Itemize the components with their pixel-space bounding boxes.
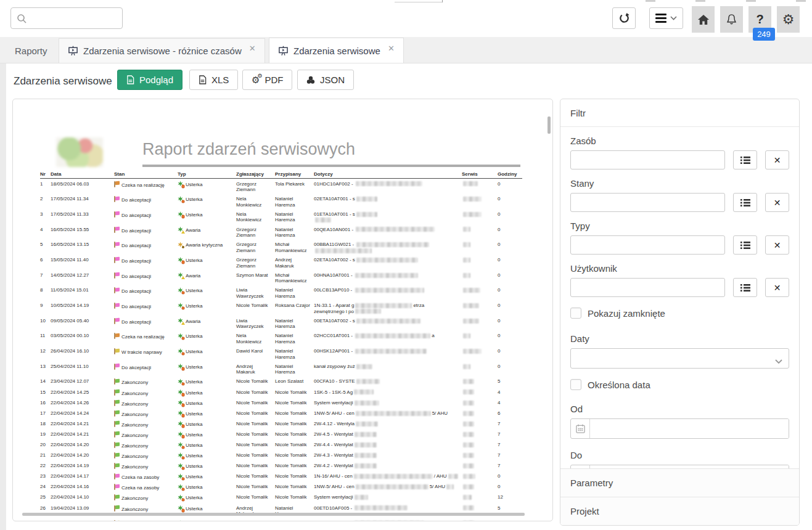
redacted-text bbox=[463, 288, 480, 293]
redacted-text bbox=[463, 432, 474, 437]
redacted-text bbox=[463, 442, 474, 447]
type-icon bbox=[178, 421, 183, 426]
close-icon[interactable]: ✕ bbox=[388, 44, 395, 53]
status-flag-icon bbox=[114, 333, 120, 339]
zasob-clear-button[interactable]: ✕ bbox=[765, 150, 789, 169]
checkbox-show-closed[interactable] bbox=[570, 308, 581, 319]
file-icon bbox=[126, 75, 134, 84]
cell-data: 03/05/2024 00.10 bbox=[51, 333, 114, 339]
cell-stan: Zakończony bbox=[114, 421, 178, 428]
cell-data: 22/04/2024 14.21 bbox=[51, 421, 114, 427]
cell-przypisany: Andrzej Makaruk bbox=[275, 257, 314, 269]
settings-button[interactable]: ⚙ bbox=[777, 6, 800, 33]
cell-stan: Czeka na realizację bbox=[114, 181, 178, 189]
cell-typ: Usterka bbox=[178, 181, 236, 188]
typy-list-button[interactable] bbox=[733, 235, 757, 255]
cell-nr: 12 bbox=[40, 348, 51, 354]
uzytkownik-list-button[interactable] bbox=[733, 278, 757, 297]
clear-icon: ✕ bbox=[774, 198, 781, 208]
cell-godziny: 7 bbox=[498, 431, 522, 438]
home-button[interactable] bbox=[692, 6, 715, 33]
type-icon bbox=[178, 463, 183, 468]
search-input[interactable] bbox=[31, 13, 117, 24]
type-icon bbox=[178, 494, 183, 500]
xls-button[interactable]: XLS bbox=[189, 70, 238, 90]
filter-section-header[interactable]: Filtr bbox=[560, 99, 799, 127]
status-flag-icon bbox=[114, 442, 120, 448]
cell-zglaszajacy: Nicole Tomalik bbox=[236, 473, 275, 479]
cell-przypisany: Michał Romankiewicz bbox=[275, 272, 314, 284]
cell-stan: Zakończony bbox=[114, 431, 178, 439]
cell-godziny: 0 bbox=[498, 364, 522, 370]
uzytkownik-clear-button[interactable]: ✕ bbox=[765, 278, 789, 297]
zasob-input[interactable] bbox=[570, 150, 725, 169]
typy-input[interactable] bbox=[570, 235, 725, 255]
cell-godziny: 7 bbox=[498, 421, 522, 427]
cell-godziny: 0 bbox=[498, 196, 522, 202]
pdf-button[interactable]: ⚙⚙ PDF bbox=[242, 70, 292, 90]
table-row: 317/05/2024 11.33Do akceptacjiUsterkaNel… bbox=[40, 209, 522, 224]
zasob-list-button[interactable] bbox=[733, 150, 757, 169]
cell-godziny: 0 bbox=[498, 473, 522, 479]
cell-zglaszajacy: Nela Monkiewicz bbox=[236, 211, 275, 223]
table-row: 714/05/2024 12.27Do akceptacjiAwariaSzym… bbox=[40, 270, 522, 285]
close-icon[interactable]: ✕ bbox=[249, 44, 256, 53]
daty-select[interactable] bbox=[570, 348, 789, 369]
cell-dotyczy: 00LCB13AP010 - bbox=[314, 287, 462, 293]
gears-icon: ⚙⚙ bbox=[252, 75, 260, 84]
cell-godziny: 0 bbox=[498, 287, 522, 293]
redacted-text bbox=[446, 484, 454, 489]
cell-serwis bbox=[462, 421, 498, 427]
cell-dotyczy: 1N-16/ AHU - cen/ AHU bbox=[314, 473, 462, 479]
stany-list-button[interactable] bbox=[733, 193, 757, 212]
cell-zglaszajacy: Grzegorz Ziemann bbox=[236, 242, 275, 253]
cell-serwis bbox=[462, 452, 498, 459]
cell-typ: Usterka bbox=[178, 484, 236, 491]
cell-typ: Usterka bbox=[178, 410, 236, 417]
table-row: 1522/04/2024 14.25ZakończonyUsterkaNicol… bbox=[40, 387, 522, 398]
cell-data: 14/05/2024 12.27 bbox=[51, 272, 114, 279]
cell-serwis bbox=[462, 463, 498, 469]
cell-typ: Usterka bbox=[178, 378, 236, 385]
table-row: 416/05/2024 15.55Do akceptacjiAwariaGrze… bbox=[40, 224, 522, 240]
cell-data: 09/05/2024 05.40 bbox=[51, 318, 114, 324]
menu-button[interactable] bbox=[649, 7, 683, 29]
section-projekt[interactable]: Projekt bbox=[560, 497, 799, 525]
typy-clear-button[interactable]: ✕ bbox=[765, 235, 789, 255]
notifications-button[interactable] bbox=[720, 6, 743, 33]
cell-przypisany: Nataniel Haremza bbox=[275, 211, 314, 223]
chevron-down-icon bbox=[775, 356, 782, 367]
cell-serwis bbox=[462, 196, 498, 202]
type-icon bbox=[178, 505, 183, 511]
tab-zdarzenia-roznice[interactable]: Zdarzenia serwisowe - różnice czasów ✕ bbox=[59, 38, 265, 63]
horizontal-scrollbar-thumb[interactable] bbox=[22, 513, 525, 516]
cell-nr: 3 bbox=[40, 211, 51, 218]
json-button[interactable]: JSON bbox=[297, 70, 354, 90]
report-table: NrDataStanTypZgłaszającyPrzypisanyDotycz… bbox=[40, 171, 522, 521]
uzytkownik-input[interactable] bbox=[570, 278, 725, 297]
cell-serwis bbox=[462, 442, 498, 448]
stany-input[interactable] bbox=[570, 193, 725, 212]
redacted-text bbox=[355, 288, 424, 293]
tab-raporty[interactable]: Raporty bbox=[6, 38, 56, 63]
clear-icon: ✕ bbox=[774, 283, 781, 293]
cell-godziny: 0 bbox=[498, 181, 522, 187]
status-flag-icon bbox=[114, 505, 120, 512]
checkbox-exact-date[interactable] bbox=[570, 379, 581, 390]
tab-zdarzenia-serwisowe[interactable]: Zdarzenia serwisowe ✕ bbox=[269, 38, 404, 63]
date-from-input[interactable] bbox=[590, 419, 789, 438]
cell-data: 19/04/2024 12.06 bbox=[51, 520, 114, 521]
preview-button[interactable]: Podgląd bbox=[117, 70, 182, 90]
cell-dotyczy: kanał zsypowy żuż bbox=[314, 364, 462, 370]
search-box[interactable] bbox=[10, 7, 123, 29]
cell-typ: Awaria krytyczna bbox=[178, 242, 236, 248]
refresh-button[interactable] bbox=[612, 7, 636, 29]
section-parametry[interactable]: Parametry bbox=[560, 468, 799, 497]
cell-zglaszajacy: Nicole Tomalik bbox=[236, 484, 275, 490]
stany-clear-button[interactable]: ✕ bbox=[765, 193, 789, 212]
cell-stan: Czeka na zasoby bbox=[114, 473, 178, 481]
vertical-scrollbar-thumb[interactable] bbox=[547, 116, 551, 134]
cell-data: 22/04/2024 14.24 bbox=[51, 410, 114, 417]
cell-serwis bbox=[462, 318, 498, 324]
cell-godziny: 0 bbox=[498, 484, 522, 490]
